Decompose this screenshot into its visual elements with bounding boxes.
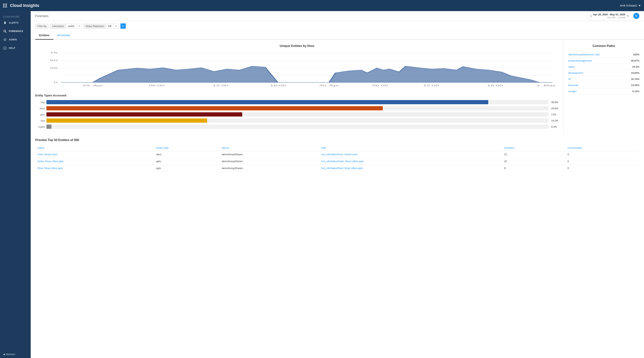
- cell-path-1[interactable]: /vol_cifs/Sales/Arden Shop Lifters.pptx: [319, 158, 502, 165]
- bar-label-xlsx: xlsx: [35, 119, 45, 122]
- cell-path-0[interactable]: /vol_cifs/Sales/Asim_Roach.docx: [319, 151, 502, 158]
- cell-activities-2: 9: [502, 165, 565, 172]
- cell-path-2[interactable]: /vol_cifs/Sales/River Shop Lifters.pptx: [319, 165, 502, 172]
- col-header-entity-type[interactable]: Entity Type: [154, 145, 220, 151]
- path-row-2: sales/ 23.5%: [568, 64, 640, 70]
- add-filter-button[interactable]: +: [120, 23, 126, 29]
- sub-header: Forensics ℹ Apr 28, 2020 - May 01, 2020 …: [31, 11, 644, 21]
- app-title: Cloud Insights: [10, 3, 39, 8]
- path-pct-0: 100%: [633, 53, 640, 56]
- cell-communities-0: 0: [565, 151, 640, 158]
- date-range-area: ℹ Apr 28, 2020 - May 01, 2020 9:01 PM 2:…: [588, 11, 640, 21]
- user-menu[interactable]: Amit Schwartz ▼: [620, 4, 641, 7]
- bar-row-crypto: crypto 0.4%: [35, 125, 559, 129]
- entity-types-bar-chart: tmp 38.8% docx: [35, 100, 559, 129]
- navbar-left: Cloud Insights: [3, 3, 39, 8]
- path-name-1[interactable]: productmanagement/: [568, 59, 592, 62]
- username-filter-chip: Username us001 ✕: [50, 24, 82, 28]
- filter-value-username: us001: [66, 24, 76, 28]
- cell-name-2[interactable]: River Shop Lifters.pptx: [35, 165, 154, 172]
- entities-table: Name Entity Type Device Path Activities …: [35, 145, 640, 172]
- bar-fill-tmp: [46, 100, 488, 104]
- svg-text:12:00: 12:00: [212, 84, 228, 87]
- svg-text:18:00: 18:00: [487, 84, 503, 87]
- path-row-0: /demoGroupShares/vol_cifs/ 100%: [568, 51, 640, 58]
- svg-line-1: [6, 32, 6, 33]
- area-chart-svg: 75 50 25 0 29. Apr 06:00 12:00 18:00 30.: [35, 51, 559, 89]
- page-title: Forensics: [35, 14, 48, 18]
- path-row-3: development/ 19.83%: [568, 70, 640, 76]
- col-header-activities[interactable]: Activities ↓: [502, 145, 565, 151]
- bar-track-tmp: [46, 100, 548, 104]
- sidebar-item-forensics[interactable]: Forensics: [0, 27, 31, 35]
- cell-name-0[interactable]: Asim_Roach.docx: [35, 151, 154, 158]
- svg-text:06:00: 06:00: [149, 84, 164, 87]
- col-header-path[interactable]: Path: [319, 145, 502, 151]
- info-icon: i: [3, 46, 7, 50]
- minimize-button[interactable]: ◀ Minimize: [0, 351, 31, 358]
- col-header-name[interactable]: Name: [35, 145, 154, 151]
- sidebar-alerts-label: Alerts: [9, 21, 18, 24]
- bar-fill-docx: [46, 106, 383, 110]
- tab-entities[interactable]: Entities: [35, 31, 53, 40]
- layout: Cloud Secure Alerts Forensics: [0, 11, 644, 358]
- cell-type-0: docx: [154, 151, 220, 158]
- bar-pct-pptx: 17%: [551, 113, 559, 116]
- sidebar-item-alerts[interactable]: Alerts: [0, 18, 31, 27]
- path-name-5[interactable]: financial/: [568, 84, 578, 87]
- tab-all-activity[interactable]: All Activtiy: [53, 31, 74, 40]
- bar-pct-xlsx: 14.2%: [551, 119, 559, 122]
- path-name-2[interactable]: sales/: [568, 65, 575, 68]
- bar-row-tmp: tmp 38.8%: [35, 100, 559, 104]
- refresh-button[interactable]: ↻: [633, 13, 640, 19]
- path-row-4: hr/ 16.74%: [568, 76, 640, 82]
- sidebar-item-admin[interactable]: Admin: [0, 35, 31, 44]
- filter-key-username: Username: [50, 24, 66, 28]
- col-header-communities[interactable]: Communities: [565, 145, 640, 151]
- date-range-picker[interactable]: ℹ Apr 28, 2020 - May 01, 2020 9:01 PM 2:…: [588, 11, 632, 21]
- path-pct-3: 19.83%: [631, 71, 640, 74]
- filter-close-username[interactable]: ✕: [76, 24, 82, 28]
- cell-name-1[interactable]: Arden Shop Lifters.pptx: [35, 158, 154, 165]
- bar-label-crypto: crypto: [35, 125, 45, 128]
- svg-text:25: 25: [50, 67, 58, 69]
- main-content: Forensics ℹ Apr 28, 2020 - May 01, 2020 …: [31, 11, 644, 358]
- svg-text:18:00: 18:00: [270, 84, 286, 87]
- cell-communities-1: 0: [565, 158, 640, 165]
- sidebar-admin-label: Admin: [9, 38, 17, 41]
- entity-types-title: Entity Types Accessed: [35, 94, 559, 97]
- path-name-6[interactable]: merger/: [568, 90, 577, 93]
- cell-activities-1: 10: [502, 158, 565, 165]
- common-paths-section: Common Paths /demoGroupShares/vol_cifs/ …: [564, 40, 644, 135]
- path-pct-5: 12.55%: [631, 84, 640, 87]
- bar-track-pptx: [46, 112, 548, 116]
- svg-text:0: 0: [54, 81, 58, 83]
- bar-fill-xlsx: [46, 118, 207, 123]
- filter-by-label: Filter By: [35, 24, 49, 28]
- table-row: Arden Shop Lifters.pptx pptx demoGroupSh…: [35, 158, 640, 165]
- filter-key-noise: Noise Reduction: [84, 24, 106, 28]
- bar-row-docx: docx 29.6%: [35, 106, 559, 110]
- path-name-0[interactable]: /demoGroupShares/vol_cifs/: [568, 53, 600, 56]
- path-name-3[interactable]: development/: [568, 71, 583, 74]
- svg-text:06:00: 06:00: [372, 84, 388, 87]
- sidebar-item-help[interactable]: i Help: [0, 44, 31, 52]
- charts-container: Unique Entities by Hour 75 50: [31, 40, 644, 135]
- bar-fill-pptx: [46, 112, 242, 116]
- grid-icon[interactable]: [3, 4, 7, 7]
- bell-icon: [3, 21, 7, 25]
- filter-close-noise[interactable]: ✕: [113, 24, 119, 28]
- path-pct-1: 26.87%: [631, 59, 640, 62]
- col-header-device[interactable]: Device: [220, 145, 319, 151]
- cell-device-1: demoGroupShares: [220, 158, 319, 165]
- cell-type-2: pptx: [154, 165, 220, 172]
- path-name-4[interactable]: hr/: [568, 78, 571, 80]
- svg-text:75: 75: [50, 51, 58, 54]
- minimize-label: Minimize: [6, 353, 15, 356]
- unique-entities-title: Unique Entities by Hour: [35, 44, 559, 48]
- svg-text:i: i: [4, 47, 5, 49]
- bar-label-docx: docx: [35, 107, 45, 110]
- bar-row-pptx: pptx 17%: [35, 112, 559, 116]
- bar-pct-docx: 29.6%: [551, 107, 559, 110]
- noise-reduction-filter-chip: Noise Reduction Off ✕: [84, 24, 119, 28]
